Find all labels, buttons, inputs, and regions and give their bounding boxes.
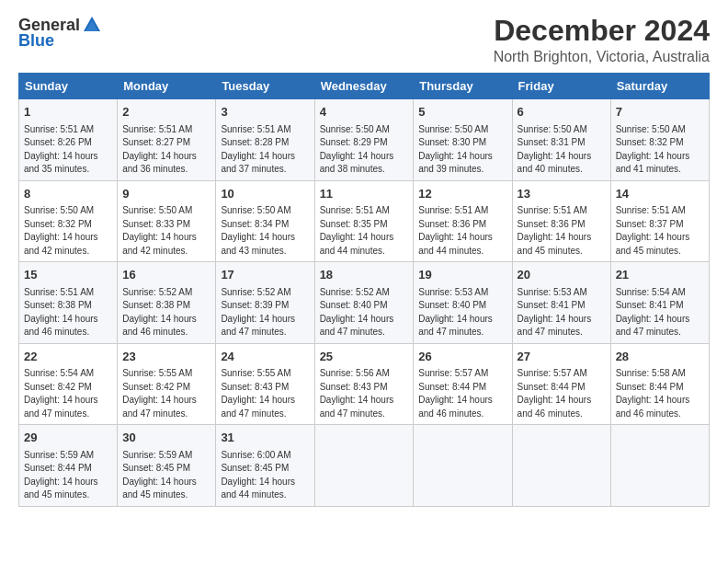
day-cell: 2Sunrise: 5:51 AMSunset: 8:27 PMDaylight… xyxy=(118,99,216,181)
day-number: 23 xyxy=(122,349,210,365)
day-cell: 5Sunrise: 5:50 AMSunset: 8:30 PMDaylight… xyxy=(414,99,512,181)
weekday-header-wednesday: Wednesday xyxy=(314,74,414,99)
day-cell: 12Sunrise: 5:51 AMSunset: 8:36 PMDayligh… xyxy=(414,180,512,262)
weekday-header-tuesday: Tuesday xyxy=(216,74,314,99)
logo-icon xyxy=(82,15,102,35)
day-info: Sunrise: 5:50 AMSunset: 8:30 PMDaylight:… xyxy=(418,124,493,175)
day-number: 5 xyxy=(418,104,506,121)
day-cell: 13Sunrise: 5:51 AMSunset: 8:36 PMDayligh… xyxy=(512,180,610,262)
day-cell: 20Sunrise: 5:53 AMSunset: 8:41 PMDayligh… xyxy=(512,262,610,344)
day-cell xyxy=(314,425,414,507)
day-info: Sunrise: 5:50 AMSunset: 8:29 PMDaylight:… xyxy=(320,124,394,175)
day-number: 24 xyxy=(221,349,309,365)
day-number: 15 xyxy=(24,267,112,283)
day-info: Sunrise: 5:51 AMSunset: 8:26 PMDaylight:… xyxy=(24,124,98,175)
day-info: Sunrise: 5:54 AMSunset: 8:42 PMDaylight:… xyxy=(24,368,98,419)
day-info: Sunrise: 5:50 AMSunset: 8:34 PMDaylight:… xyxy=(221,205,295,256)
calendar-body: 1Sunrise: 5:51 AMSunset: 8:26 PMDaylight… xyxy=(19,99,710,507)
day-info: Sunrise: 5:58 AMSunset: 8:44 PMDaylight:… xyxy=(616,368,690,419)
day-info: Sunrise: 5:51 AMSunset: 8:37 PMDaylight:… xyxy=(616,205,690,256)
week-row-4: 22Sunrise: 5:54 AMSunset: 8:42 PMDayligh… xyxy=(19,343,710,425)
day-info: Sunrise: 5:50 AMSunset: 8:33 PMDaylight:… xyxy=(122,205,197,256)
day-number: 14 xyxy=(616,186,704,202)
day-cell: 15Sunrise: 5:51 AMSunset: 8:38 PMDayligh… xyxy=(19,262,118,344)
day-info: Sunrise: 5:57 AMSunset: 8:44 PMDaylight:… xyxy=(518,368,592,419)
weekday-header-saturday: Saturday xyxy=(610,74,709,99)
day-number: 6 xyxy=(518,104,606,121)
page-header: General Blue December 2024 North Brighto… xyxy=(18,15,710,65)
day-cell: 18Sunrise: 5:52 AMSunset: 8:40 PMDayligh… xyxy=(314,262,414,344)
weekday-header-monday: Monday xyxy=(118,74,216,99)
day-number: 2 xyxy=(122,104,210,121)
day-cell: 16Sunrise: 5:52 AMSunset: 8:38 PMDayligh… xyxy=(118,262,216,344)
day-cell: 26Sunrise: 5:57 AMSunset: 8:44 PMDayligh… xyxy=(414,343,512,425)
day-info: Sunrise: 5:51 AMSunset: 8:35 PMDaylight:… xyxy=(320,205,394,256)
day-cell: 27Sunrise: 5:57 AMSunset: 8:44 PMDayligh… xyxy=(512,343,610,425)
day-info: Sunrise: 6:00 AMSunset: 8:45 PMDaylight:… xyxy=(221,450,295,500)
day-cell xyxy=(512,425,610,507)
day-number: 1 xyxy=(24,104,112,121)
day-number: 11 xyxy=(320,186,409,202)
day-info: Sunrise: 5:56 AMSunset: 8:43 PMDaylight:… xyxy=(320,368,394,419)
day-info: Sunrise: 5:50 AMSunset: 8:32 PMDaylight:… xyxy=(24,205,98,256)
logo-blue: Blue xyxy=(18,31,54,51)
day-number: 21 xyxy=(616,267,704,283)
day-number: 25 xyxy=(320,349,409,365)
day-info: Sunrise: 5:51 AMSunset: 8:36 PMDaylight:… xyxy=(418,205,493,256)
month-title: December 2024 xyxy=(494,15,710,47)
day-cell: 22Sunrise: 5:54 AMSunset: 8:42 PMDayligh… xyxy=(19,343,118,425)
day-number: 29 xyxy=(24,430,112,446)
day-cell: 25Sunrise: 5:56 AMSunset: 8:43 PMDayligh… xyxy=(314,343,414,425)
calendar-header-row: SundayMondayTuesdayWednesdayThursdayFrid… xyxy=(19,74,710,99)
day-cell: 3Sunrise: 5:51 AMSunset: 8:28 PMDaylight… xyxy=(216,99,314,181)
day-cell: 11Sunrise: 5:51 AMSunset: 8:35 PMDayligh… xyxy=(314,180,414,262)
title-area: December 2024 North Brighton, Victoria, … xyxy=(494,15,710,65)
day-cell: 9Sunrise: 5:50 AMSunset: 8:33 PMDaylight… xyxy=(118,180,216,262)
logo: General Blue xyxy=(18,15,102,51)
day-cell: 7Sunrise: 5:50 AMSunset: 8:32 PMDaylight… xyxy=(610,99,709,181)
week-row-1: 1Sunrise: 5:51 AMSunset: 8:26 PMDaylight… xyxy=(19,99,710,181)
day-info: Sunrise: 5:52 AMSunset: 8:38 PMDaylight:… xyxy=(122,287,197,338)
day-cell: 30Sunrise: 5:59 AMSunset: 8:45 PMDayligh… xyxy=(118,425,216,507)
day-cell: 10Sunrise: 5:50 AMSunset: 8:34 PMDayligh… xyxy=(216,180,314,262)
day-cell: 14Sunrise: 5:51 AMSunset: 8:37 PMDayligh… xyxy=(610,180,709,262)
day-info: Sunrise: 5:57 AMSunset: 8:44 PMDaylight:… xyxy=(418,368,493,419)
day-info: Sunrise: 5:59 AMSunset: 8:45 PMDaylight:… xyxy=(122,450,197,500)
day-number: 26 xyxy=(418,349,506,365)
day-number: 20 xyxy=(518,267,606,283)
day-cell xyxy=(610,425,709,507)
day-info: Sunrise: 5:53 AMSunset: 8:41 PMDaylight:… xyxy=(518,287,592,338)
weekday-header-friday: Friday xyxy=(512,74,610,99)
week-row-2: 8Sunrise: 5:50 AMSunset: 8:32 PMDaylight… xyxy=(19,180,710,262)
day-number: 7 xyxy=(616,104,704,121)
day-number: 31 xyxy=(221,430,309,446)
day-cell: 17Sunrise: 5:52 AMSunset: 8:39 PMDayligh… xyxy=(216,262,314,344)
day-cell: 19Sunrise: 5:53 AMSunset: 8:40 PMDayligh… xyxy=(414,262,512,344)
day-number: 3 xyxy=(221,104,309,121)
day-number: 17 xyxy=(221,267,309,283)
calendar-table: SundayMondayTuesdayWednesdayThursdayFrid… xyxy=(18,73,710,507)
day-number: 12 xyxy=(418,186,506,202)
weekday-header-thursday: Thursday xyxy=(414,74,512,99)
day-number: 30 xyxy=(122,430,210,446)
week-row-3: 15Sunrise: 5:51 AMSunset: 8:38 PMDayligh… xyxy=(19,262,710,344)
day-cell xyxy=(414,425,512,507)
day-number: 19 xyxy=(418,267,506,283)
day-number: 27 xyxy=(518,349,606,365)
day-cell: 8Sunrise: 5:50 AMSunset: 8:32 PMDaylight… xyxy=(19,180,118,262)
day-number: 4 xyxy=(320,104,409,121)
day-cell: 29Sunrise: 5:59 AMSunset: 8:44 PMDayligh… xyxy=(19,425,118,507)
day-number: 13 xyxy=(518,186,606,202)
day-cell: 31Sunrise: 6:00 AMSunset: 8:45 PMDayligh… xyxy=(216,425,314,507)
day-info: Sunrise: 5:53 AMSunset: 8:40 PMDaylight:… xyxy=(418,287,493,338)
day-info: Sunrise: 5:50 AMSunset: 8:32 PMDaylight:… xyxy=(616,124,690,175)
day-number: 22 xyxy=(24,349,112,365)
day-number: 8 xyxy=(24,186,112,202)
day-number: 16 xyxy=(122,267,210,283)
day-number: 28 xyxy=(616,349,704,365)
day-info: Sunrise: 5:50 AMSunset: 8:31 PMDaylight:… xyxy=(518,124,592,175)
day-number: 18 xyxy=(320,267,409,283)
day-info: Sunrise: 5:51 AMSunset: 8:28 PMDaylight:… xyxy=(221,124,295,175)
day-info: Sunrise: 5:51 AMSunset: 8:27 PMDaylight:… xyxy=(122,124,197,175)
day-cell: 6Sunrise: 5:50 AMSunset: 8:31 PMDaylight… xyxy=(512,99,610,181)
